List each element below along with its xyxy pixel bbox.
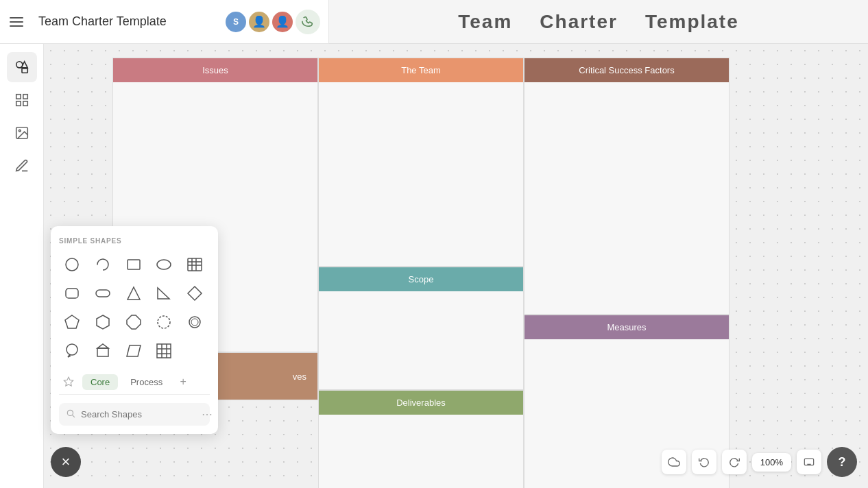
shape-diamond[interactable] xyxy=(182,280,208,306)
svg-marker-21 xyxy=(188,286,202,300)
shape-circle[interactable] xyxy=(59,252,85,278)
draw-icon xyxy=(14,158,29,173)
svg-marker-19 xyxy=(128,287,140,300)
deliverables-board: Deliverables xyxy=(318,390,524,488)
close-fab-button[interactable]: × xyxy=(51,447,81,477)
shape-empty xyxy=(182,338,208,364)
star-tab[interactable] xyxy=(59,372,78,391)
shape-panel: SIMPLE SHAPES xyxy=(51,226,218,434)
bottom-toolbar: 100% ? xyxy=(662,447,857,477)
shape-stadium[interactable] xyxy=(90,280,116,306)
team-body xyxy=(319,82,523,266)
shape-triangle[interactable] xyxy=(121,280,147,306)
undo-icon xyxy=(699,456,710,467)
search-icon xyxy=(66,408,75,420)
shapes-icon xyxy=(14,60,29,75)
phone-icon xyxy=(302,16,314,28)
shape-callout[interactable] xyxy=(59,338,85,364)
more-options-button[interactable]: ⋯ xyxy=(202,408,213,421)
svg-line-39 xyxy=(73,415,75,417)
issues-header: Issues xyxy=(113,58,317,82)
column-2: The Team Scope Deliverables xyxy=(318,58,524,488)
undo-button[interactable] xyxy=(692,450,716,474)
svg-rect-3 xyxy=(16,95,20,99)
shape-ellipse[interactable] xyxy=(151,252,177,278)
redo-icon xyxy=(729,456,740,467)
center-title: Team Charter Template xyxy=(329,0,868,44)
menu-button[interactable] xyxy=(0,0,33,44)
shape-circle-outline[interactable] xyxy=(151,309,177,335)
sidebar-draw-tool[interactable] xyxy=(7,151,37,181)
zoom-level[interactable]: 100% xyxy=(752,453,791,472)
shape-octagon[interactable] xyxy=(121,309,147,335)
deliverables-header: Deliverables xyxy=(319,391,523,415)
title-part-3: Template xyxy=(645,11,739,33)
keyboard-shortcut-button[interactable] xyxy=(797,450,821,474)
shape-grid[interactable] xyxy=(151,338,177,364)
column-3: Critical Success Factors Measures xyxy=(524,58,730,488)
svg-rect-6 xyxy=(23,101,27,106)
scope-body xyxy=(319,291,523,389)
core-tab[interactable]: Core xyxy=(82,374,118,390)
process-tab[interactable]: Process xyxy=(122,374,171,390)
shape-hexagon[interactable] xyxy=(90,309,116,335)
svg-point-8 xyxy=(19,130,21,132)
svg-rect-4 xyxy=(23,95,27,99)
shape-arc[interactable] xyxy=(90,252,116,278)
svg-rect-10 xyxy=(128,260,140,269)
svg-point-25 xyxy=(158,316,170,328)
team-header: The Team xyxy=(319,58,523,82)
svg-rect-12 xyxy=(188,258,202,271)
help-button[interactable]: ? xyxy=(827,447,857,477)
avatar-1[interactable]: 👤 xyxy=(249,12,269,32)
search-bar: ⋯ xyxy=(59,403,210,426)
svg-point-9 xyxy=(66,258,78,271)
avatar-group: S 👤 👤 xyxy=(226,10,320,34)
svg-rect-17 xyxy=(66,289,78,298)
svg-rect-32 xyxy=(157,344,171,358)
cloud-save-button[interactable] xyxy=(662,450,686,474)
sidebar-image-tool[interactable] xyxy=(7,118,37,148)
avatar-2[interactable]: 👤 xyxy=(272,12,293,32)
csf-header: Critical Success Factors xyxy=(525,58,729,82)
shape-rectangle[interactable] xyxy=(121,252,147,278)
phone-button[interactable] xyxy=(296,10,320,34)
grid-icon xyxy=(14,93,29,108)
shape-pentagon2[interactable] xyxy=(90,338,116,364)
shape-rounded-rect[interactable] xyxy=(59,280,85,306)
svg-marker-23 xyxy=(97,315,109,329)
avatar-s[interactable]: S xyxy=(226,12,246,32)
svg-marker-22 xyxy=(65,315,79,328)
svg-marker-24 xyxy=(127,315,141,329)
search-shapes-input[interactable] xyxy=(81,409,196,419)
header: Team Charter Template S 👤 👤 xyxy=(0,0,329,44)
csf-body xyxy=(525,82,729,314)
svg-point-38 xyxy=(67,410,73,415)
title-part-2: Charter xyxy=(540,11,618,33)
svg-rect-18 xyxy=(96,290,110,297)
shape-right-triangle[interactable] xyxy=(151,280,177,306)
shape-table[interactable] xyxy=(182,252,208,278)
add-tab-button[interactable]: + xyxy=(175,374,191,390)
sidebar-grid-tool[interactable] xyxy=(7,85,37,115)
sidebar-shapes-tool[interactable] xyxy=(7,52,37,82)
keyboard-icon xyxy=(804,456,815,467)
cloud-icon xyxy=(668,456,680,468)
shape-rounded-circle[interactable] xyxy=(182,309,208,335)
hamburger-icon xyxy=(10,17,23,27)
shape-parallelogram[interactable] xyxy=(121,338,147,364)
sidebar xyxy=(0,44,44,488)
svg-rect-5 xyxy=(16,101,20,106)
team-board: The Team xyxy=(318,58,524,267)
scope-board: Scope xyxy=(318,267,524,390)
redo-button[interactable] xyxy=(722,450,747,474)
measures-header: Measures xyxy=(525,315,729,339)
svg-marker-31 xyxy=(127,345,141,356)
deliverables-body xyxy=(319,415,523,488)
shapes-section-label: SIMPLE SHAPES xyxy=(59,237,210,245)
objectives-label: ves xyxy=(293,371,306,382)
shapes-grid xyxy=(59,252,210,364)
shape-pentagon[interactable] xyxy=(59,309,85,335)
svg-point-28 xyxy=(67,344,77,355)
svg-point-26 xyxy=(189,317,200,328)
